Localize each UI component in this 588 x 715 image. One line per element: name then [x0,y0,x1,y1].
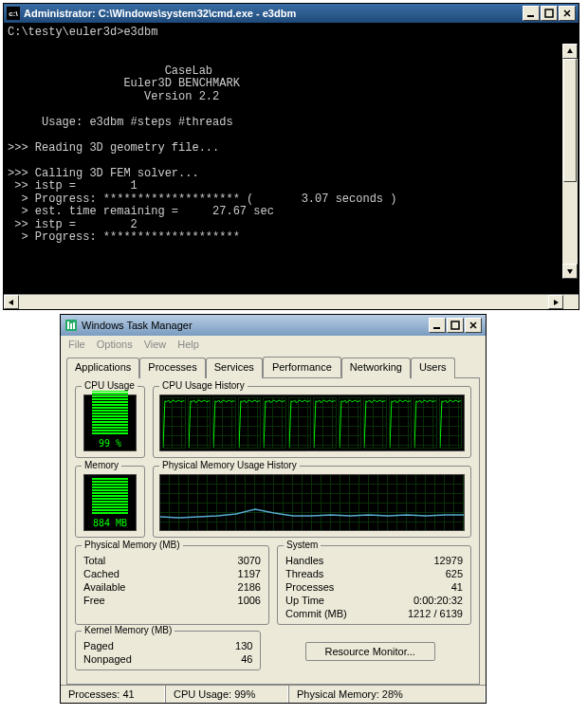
pm-free-k: Free [83,594,105,607]
scroll-up-icon[interactable] [562,44,578,59]
menu-help[interactable]: Help [177,339,199,350]
cpu-history-chart [159,394,465,451]
memory-label: Memory [82,460,121,470]
svg-rect-11 [451,321,459,329]
cpu-history-label: CPU Usage History [159,380,248,391]
cpu-usage-group: CPU Usage 99 % [75,386,145,458]
minimize-button[interactable] [429,318,446,333]
svg-marker-2 [567,48,573,53]
kernel-mem-label: Kernel Memory (MB) [82,625,175,635]
km-paged-v: 130 [235,639,252,652]
cmd-titlebar[interactable]: c:\ Administrator: C:\Windows\system32\c… [4,4,579,23]
minimize-button[interactable] [523,6,540,21]
tab-performance[interactable]: Performance [263,357,341,377]
tab-row: Applications Processes Services Performa… [66,357,480,377]
scroll-right-icon[interactable] [548,295,563,309]
cpu-usage-value: 99 % [99,438,121,449]
pm-cached-k: Cached [83,567,119,580]
physical-memory-group: Physical Memory (MB) Total3070 Cached119… [75,545,269,625]
system-group: System Handles12979 Threads625 Processes… [277,545,471,625]
kernel-memory-group: Kernel Memory (MB) Paged130 Nonpaged46 [75,631,261,670]
svg-marker-4 [9,300,13,305]
system-label: System [284,540,321,550]
svg-rect-0 [527,15,534,17]
sys-commit-v: 1212 / 6139 [408,607,463,620]
tm-title: Windows Task Manager [82,320,429,331]
tab-applications[interactable]: Applications [66,358,139,378]
cmd-output: C:\testy\euler3d>e3dbm CaseLab Euler3D B… [4,23,579,294]
pm-available-v: 2186 [238,580,261,594]
sys-handles-k: Handles [285,554,323,567]
scroll-left-icon[interactable] [4,295,19,309]
status-processes: Processes: 41 [61,686,165,703]
sys-commit-k: Commit (MB) [285,607,347,620]
pm-total-k: Total [83,554,105,567]
svg-rect-10 [433,327,440,329]
memory-value: 884 MB [93,518,127,528]
resource-monitor-button[interactable]: Resource Monitor... [305,642,435,661]
sys-processes-k: Processes [285,580,334,594]
maximize-button[interactable] [447,318,464,333]
memory-meter: 884 MB [83,474,137,531]
km-nonpaged-k: Nonpaged [83,652,132,666]
sys-threads-v: 625 [446,567,463,580]
cmd-icon: c:\ [7,7,20,20]
sys-processes-v: 41 [451,580,463,594]
cmd-hscrollbar[interactable] [4,294,579,309]
cpu-history-group: CPU Usage History [153,386,471,458]
pm-total-v: 3070 [238,554,261,567]
svg-rect-9 [73,322,75,329]
phys-mem-label: Physical Memory (MB) [82,540,183,550]
km-paged-k: Paged [83,639,114,652]
svg-marker-3 [567,269,573,274]
pm-free-v: 1006 [238,594,261,607]
cpu-usage-label: CPU Usage [82,380,138,391]
pm-cached-v: 1197 [238,567,261,580]
sys-handles-v: 12979 [433,554,463,567]
mem-history-group: Physical Memory Usage History [153,466,471,538]
task-manager-icon [64,319,78,332]
task-manager-window: Windows Task Manager File Options View H… [60,314,487,704]
close-button[interactable] [465,318,482,333]
status-bar: Processes: 41 CPU Usage: 99% Physical Me… [61,685,486,703]
status-memory: Physical Memory: 28% [288,686,486,703]
status-cpu: CPU Usage: 99% [165,686,288,703]
svg-rect-8 [70,323,72,329]
tm-titlebar[interactable]: Windows Task Manager [61,315,486,336]
cmd-window: c:\ Administrator: C:\Windows\system32\c… [3,3,579,310]
menu-options[interactable]: Options [97,339,133,350]
menu-view[interactable]: View [144,339,167,350]
mem-history-label: Physical Memory Usage History [159,460,300,470]
memory-group: Memory 884 MB [75,466,145,538]
sys-uptime-k: Up Time [285,594,324,607]
menu-file[interactable]: File [68,339,85,350]
cmd-vscrollbar[interactable] [562,44,578,279]
menu-bar: File Options View Help [61,336,486,353]
svg-rect-7 [67,321,69,329]
scroll-down-icon[interactable] [562,264,578,279]
cpu-usage-meter: 99 % [83,394,137,451]
tab-users[interactable]: Users [411,358,455,378]
km-nonpaged-v: 46 [241,652,252,666]
tab-networking[interactable]: Networking [341,358,411,378]
mem-history-chart [159,474,465,531]
cmd-title: Administrator: C:\Windows\system32\cmd.e… [24,8,523,19]
tab-services[interactable]: Services [206,358,263,378]
maximize-button[interactable] [541,6,558,21]
performance-panel: CPU Usage 99 % CPU Usage History Memory [66,377,480,685]
sys-uptime-v: 0:00:20:32 [413,594,463,607]
pm-available-k: Available [83,580,125,594]
sys-threads-k: Threads [285,567,323,580]
close-button[interactable] [559,6,576,21]
tab-processes[interactable]: Processes [139,358,205,378]
svg-rect-1 [545,9,553,17]
svg-marker-5 [554,300,559,305]
